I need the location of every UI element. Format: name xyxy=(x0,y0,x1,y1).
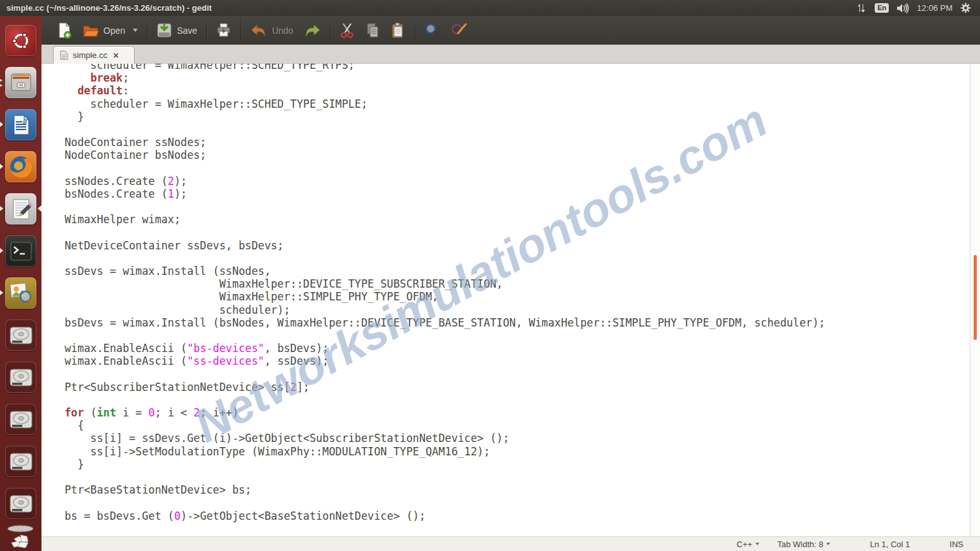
cut-icon xyxy=(339,22,355,39)
chevron-down-icon xyxy=(133,29,138,32)
cut-button[interactable] xyxy=(334,20,360,41)
cursor-position[interactable]: Ln 1, Col 1 xyxy=(870,540,910,549)
code-line: scheduler = WimaxHelper::SCHED_TYPE_SIMP… xyxy=(52,98,980,110)
launcher-item-libreoffice-writer[interactable] xyxy=(5,109,36,140)
toolbar-separator xyxy=(330,21,330,40)
language-label: C++ xyxy=(737,540,753,549)
code-line: wimax.EnableAscii ("bs-devices", bsDevs)… xyxy=(52,342,980,355)
status-bar: C++ Tab Width: 8 Ln 1, Col 1 INS xyxy=(41,536,980,551)
tab-strip: simple.cc × xyxy=(41,45,980,64)
find-button[interactable] xyxy=(419,20,445,41)
language-selector[interactable]: C++ xyxy=(737,540,760,549)
terminal-icon xyxy=(9,240,33,262)
ubuntu-logo-icon xyxy=(10,30,32,52)
tab-simple-cc[interactable]: simple.cc × xyxy=(53,46,135,64)
code-line xyxy=(52,252,980,265)
ubuntu-launcher xyxy=(0,16,41,551)
open-button-label: Open xyxy=(103,26,125,36)
launcher-item-disk-5[interactable] xyxy=(5,488,36,519)
code-line: NodeContainer bsNodes; xyxy=(52,149,980,161)
disk-icon xyxy=(8,492,34,516)
launcher-item-disk-4[interactable] xyxy=(5,446,36,477)
tab-close-button[interactable]: × xyxy=(112,52,120,59)
volume-icon[interactable] xyxy=(896,3,909,13)
new-document-button[interactable] xyxy=(52,20,77,41)
launcher-item-disk-3[interactable] xyxy=(5,404,36,435)
code-line: WimaxHelper wimax; xyxy=(52,213,980,226)
save-icon xyxy=(156,22,172,38)
code-line: { xyxy=(52,419,980,432)
toolbar: Open Save Un xyxy=(41,16,980,45)
tab-width-label: Tab Width: 8 xyxy=(777,540,823,549)
launcher-item-trash[interactable] xyxy=(5,525,36,551)
code-line: bsDevs = wimax.Install (bsNodes, WimaxHe… xyxy=(52,316,980,329)
gear-icon[interactable] xyxy=(960,3,971,13)
toolbar-separator xyxy=(415,21,415,40)
redo-button[interactable] xyxy=(299,20,326,41)
code-line: default: xyxy=(52,84,980,97)
launcher-item-gedit-text-editor[interactable] xyxy=(5,193,36,224)
find-replace-button[interactable] xyxy=(445,20,473,41)
firefox-icon xyxy=(8,154,34,180)
paste-icon xyxy=(390,22,406,39)
clock[interactable]: 12:06 PM xyxy=(917,3,953,13)
keyboard-layout-indicator[interactable]: En xyxy=(875,3,889,13)
code-line: NetDeviceContainer ssDevs, bsDevs; xyxy=(52,239,980,252)
input-mode[interactable]: INS xyxy=(949,540,963,549)
window-title: simple.cc (~/ns-allinone-3.26/ns-3.26/sc… xyxy=(0,3,857,13)
gedit-window: simple.cc (~/ns-allinone-3.26/ns-3.26/sc… xyxy=(0,0,980,551)
code-line xyxy=(52,471,980,483)
save-button-label: Save xyxy=(177,26,197,36)
undo-button[interactable]: Undo xyxy=(245,20,298,41)
launcher-item-firefox[interactable] xyxy=(5,151,36,182)
open-dropdown-button[interactable] xyxy=(130,26,143,34)
code-line: WimaxHelper::DEVICE_TYPE_SUBSCRIBER_STAT… xyxy=(52,277,980,290)
open-button[interactable]: Open xyxy=(77,20,130,41)
launcher-item-files[interactable] xyxy=(5,67,36,98)
running-indicator xyxy=(0,206,3,211)
disk-icon xyxy=(8,408,34,432)
search-replace-icon xyxy=(450,22,468,38)
code-content: scheduler = WimaxHelper::SCHED_TYPE_RTPS… xyxy=(41,64,980,522)
code-line xyxy=(52,123,980,136)
launcher-item-disk-1[interactable] xyxy=(5,320,36,351)
running-indicator xyxy=(0,84,3,87)
scrollbar-thumb[interactable] xyxy=(974,255,977,340)
disk-icon xyxy=(8,365,34,390)
chevron-down-icon xyxy=(755,543,759,545)
code-line: break; xyxy=(52,71,980,84)
launcher-item-disk-2[interactable] xyxy=(5,362,36,393)
running-indicator xyxy=(0,290,3,295)
text-editor-area[interactable]: scheduler = WimaxHelper::SCHED_TYPE_RTPS… xyxy=(41,64,980,536)
save-button[interactable]: Save xyxy=(151,20,202,41)
copy-button[interactable] xyxy=(360,20,385,41)
code-line xyxy=(52,496,980,509)
title-bar[interactable]: simple.cc (~/ns-allinone-3.26/ns-3.26/sc… xyxy=(0,0,980,16)
code-line: } xyxy=(52,458,980,471)
code-line: Ptr<SubscriberStationNetDevice> ss[2]; xyxy=(52,381,980,393)
print-button[interactable] xyxy=(211,20,237,41)
cursor-position-label: Ln 1, Col 1 xyxy=(870,540,910,549)
code-line: for (int i = 0; i < 2; i++) xyxy=(52,406,980,419)
running-indicator xyxy=(0,248,3,253)
print-icon xyxy=(216,22,232,38)
chevron-down-icon xyxy=(826,543,830,545)
launcher-item-ubuntu-dash[interactable] xyxy=(5,25,36,56)
launcher-item-image-viewer[interactable] xyxy=(5,277,36,309)
new-document-icon xyxy=(57,22,72,39)
network-indicator-icon[interactable] xyxy=(857,3,867,13)
code-line xyxy=(52,226,980,239)
file-icon xyxy=(60,50,68,60)
code-line xyxy=(52,368,980,381)
vertical-scrollbar[interactable] xyxy=(970,64,980,536)
paste-button[interactable] xyxy=(385,20,411,41)
redo-icon xyxy=(304,23,321,38)
toolbar-separator xyxy=(241,21,241,40)
tab-width-selector[interactable]: Tab Width: 8 xyxy=(777,540,830,549)
running-indicator xyxy=(0,122,3,127)
code-line: scheduler = WimaxHelper::SCHED_TYPE_RTPS… xyxy=(52,64,980,71)
code-line: bsNodes.Create (1); xyxy=(52,187,980,200)
toolbar-separator xyxy=(147,21,147,40)
launcher-item-terminal[interactable] xyxy=(5,235,36,267)
file-cabinet-icon xyxy=(9,71,33,94)
